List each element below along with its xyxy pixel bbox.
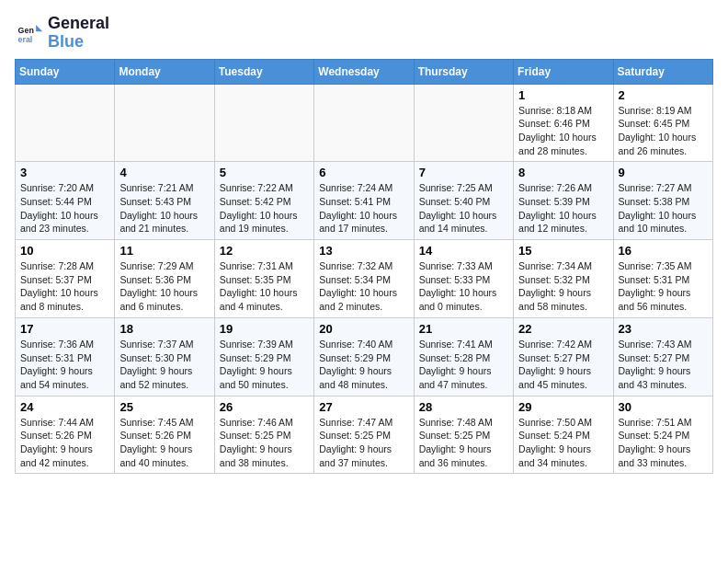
calendar-cell: 24Sunrise: 7:44 AM Sunset: 5:26 PM Dayli… [16, 396, 115, 474]
day-number: 20 [319, 322, 408, 336]
day-number: 24 [20, 400, 109, 414]
cell-info: Sunrise: 7:48 AM Sunset: 5:25 PM Dayligh… [419, 416, 508, 470]
calendar-cell: 16Sunrise: 7:35 AM Sunset: 5:31 PM Dayli… [613, 240, 712, 318]
day-number: 15 [518, 244, 608, 258]
logo: Gen eral General Blue [15, 15, 109, 52]
calendar-cell: 11Sunrise: 7:29 AM Sunset: 5:36 PM Dayli… [115, 240, 214, 318]
day-number: 5 [220, 166, 309, 179]
weekday-header-monday: Monday [115, 59, 214, 84]
cell-info: Sunrise: 7:26 AM Sunset: 5:39 PM Dayligh… [518, 181, 608, 236]
calendar-cell: 2Sunrise: 8:19 AM Sunset: 6:45 PM Daylig… [613, 84, 712, 162]
day-number: 11 [119, 244, 209, 258]
cell-info: Sunrise: 7:21 AM Sunset: 5:43 PM Dayligh… [119, 181, 209, 236]
day-number: 2 [619, 88, 708, 102]
day-number: 10 [20, 244, 109, 258]
calendar-cell: 20Sunrise: 7:40 AM Sunset: 5:29 PM Dayli… [314, 317, 414, 396]
cell-info: Sunrise: 7:28 AM Sunset: 5:37 PM Dayligh… [20, 259, 109, 314]
cell-info: Sunrise: 7:46 AM Sunset: 5:25 PM Dayligh… [220, 416, 309, 470]
day-number: 22 [518, 322, 608, 336]
calendar-cell [115, 84, 214, 162]
cell-info: Sunrise: 7:39 AM Sunset: 5:29 PM Dayligh… [220, 338, 309, 392]
cell-info: Sunrise: 7:45 AM Sunset: 5:26 PM Dayligh… [119, 416, 209, 470]
calendar-cell: 26Sunrise: 7:46 AM Sunset: 5:25 PM Dayli… [214, 396, 313, 474]
calendar-cell [314, 84, 414, 162]
cell-info: Sunrise: 7:27 AM Sunset: 5:38 PM Dayligh… [619, 181, 708, 236]
cell-info: Sunrise: 7:42 AM Sunset: 5:27 PM Dayligh… [518, 338, 608, 392]
day-number: 6 [319, 166, 408, 179]
cell-info: Sunrise: 7:35 AM Sunset: 5:31 PM Dayligh… [619, 259, 708, 314]
calendar-cell [16, 84, 115, 162]
cell-info: Sunrise: 8:19 AM Sunset: 6:45 PM Dayligh… [619, 104, 708, 158]
calendar-cell: 5Sunrise: 7:22 AM Sunset: 5:42 PM Daylig… [214, 162, 313, 240]
day-number: 27 [319, 400, 408, 414]
cell-info: Sunrise: 7:32 AM Sunset: 5:34 PM Dayligh… [319, 259, 408, 314]
cell-info: Sunrise: 7:20 AM Sunset: 5:44 PM Dayligh… [20, 181, 109, 236]
calendar-cell: 9Sunrise: 7:27 AM Sunset: 5:38 PM Daylig… [613, 162, 712, 240]
cell-info: Sunrise: 7:37 AM Sunset: 5:30 PM Dayligh… [119, 338, 209, 392]
cell-info: Sunrise: 7:31 AM Sunset: 5:35 PM Dayligh… [220, 259, 309, 314]
day-number: 3 [20, 166, 109, 179]
cell-info: Sunrise: 7:51 AM Sunset: 5:24 PM Dayligh… [619, 416, 708, 470]
day-number: 25 [119, 400, 209, 414]
cell-info: Sunrise: 7:22 AM Sunset: 5:42 PM Dayligh… [220, 181, 309, 236]
calendar-cell: 18Sunrise: 7:37 AM Sunset: 5:30 PM Dayli… [115, 317, 214, 396]
day-number: 14 [419, 244, 508, 258]
day-number: 29 [518, 400, 608, 414]
cell-info: Sunrise: 7:34 AM Sunset: 5:32 PM Dayligh… [518, 259, 608, 314]
day-number: 17 [20, 322, 109, 336]
cell-info: Sunrise: 7:47 AM Sunset: 5:25 PM Dayligh… [319, 416, 408, 470]
cell-info: Sunrise: 7:25 AM Sunset: 5:40 PM Dayligh… [419, 181, 508, 236]
weekday-header-friday: Friday [514, 59, 613, 84]
calendar-cell: 13Sunrise: 7:32 AM Sunset: 5:34 PM Dayli… [314, 240, 414, 318]
cell-info: Sunrise: 7:50 AM Sunset: 5:24 PM Dayligh… [518, 416, 608, 470]
weekday-header-thursday: Thursday [414, 59, 513, 84]
calendar-cell: 25Sunrise: 7:45 AM Sunset: 5:26 PM Dayli… [115, 396, 214, 474]
day-number: 4 [119, 166, 209, 179]
calendar-cell: 23Sunrise: 7:43 AM Sunset: 5:27 PM Dayli… [613, 317, 712, 396]
svg-text:eral: eral [18, 35, 33, 44]
day-number: 18 [119, 322, 209, 336]
day-number: 30 [619, 400, 708, 414]
logo-text: General Blue [48, 15, 109, 52]
day-number: 16 [619, 244, 708, 258]
calendar-cell: 27Sunrise: 7:47 AM Sunset: 5:25 PM Dayli… [314, 396, 414, 474]
calendar-cell: 10Sunrise: 7:28 AM Sunset: 5:37 PM Dayli… [16, 240, 115, 318]
calendar-cell: 21Sunrise: 7:41 AM Sunset: 5:28 PM Dayli… [414, 317, 513, 396]
cell-info: Sunrise: 7:44 AM Sunset: 5:26 PM Dayligh… [20, 416, 109, 470]
calendar-cell: 22Sunrise: 7:42 AM Sunset: 5:27 PM Dayli… [514, 317, 613, 396]
cell-info: Sunrise: 8:18 AM Sunset: 6:46 PM Dayligh… [518, 104, 608, 158]
calendar-cell: 8Sunrise: 7:26 AM Sunset: 5:39 PM Daylig… [514, 162, 613, 240]
calendar-cell: 12Sunrise: 7:31 AM Sunset: 5:35 PM Dayli… [214, 240, 313, 318]
calendar-cell: 3Sunrise: 7:20 AM Sunset: 5:44 PM Daylig… [16, 162, 115, 240]
calendar-cell: 19Sunrise: 7:39 AM Sunset: 5:29 PM Dayli… [214, 317, 313, 396]
cell-info: Sunrise: 7:41 AM Sunset: 5:28 PM Dayligh… [419, 338, 508, 392]
calendar-cell: 14Sunrise: 7:33 AM Sunset: 5:33 PM Dayli… [414, 240, 513, 318]
day-number: 8 [518, 166, 608, 179]
day-number: 21 [419, 322, 508, 336]
cell-info: Sunrise: 7:29 AM Sunset: 5:36 PM Dayligh… [119, 259, 209, 314]
day-number: 1 [518, 88, 608, 102]
day-number: 12 [220, 244, 309, 258]
calendar-cell: 30Sunrise: 7:51 AM Sunset: 5:24 PM Dayli… [613, 396, 712, 474]
cell-info: Sunrise: 7:33 AM Sunset: 5:33 PM Dayligh… [419, 259, 508, 314]
day-number: 13 [319, 244, 408, 258]
calendar-cell: 4Sunrise: 7:21 AM Sunset: 5:43 PM Daylig… [115, 162, 214, 240]
calendar-cell: 15Sunrise: 7:34 AM Sunset: 5:32 PM Dayli… [514, 240, 613, 318]
calendar-cell [414, 84, 513, 162]
calendar-cell: 6Sunrise: 7:24 AM Sunset: 5:41 PM Daylig… [314, 162, 414, 240]
calendar-cell [214, 84, 313, 162]
day-number: 7 [419, 166, 508, 179]
cell-info: Sunrise: 7:43 AM Sunset: 5:27 PM Dayligh… [619, 338, 708, 392]
cell-info: Sunrise: 7:40 AM Sunset: 5:29 PM Dayligh… [319, 338, 408, 392]
cell-info: Sunrise: 7:24 AM Sunset: 5:41 PM Dayligh… [319, 181, 408, 236]
svg-text:Gen: Gen [18, 26, 34, 35]
day-number: 9 [619, 166, 708, 179]
day-number: 26 [220, 400, 309, 414]
day-number: 28 [419, 400, 508, 414]
cell-info: Sunrise: 7:36 AM Sunset: 5:31 PM Dayligh… [20, 338, 109, 392]
calendar-cell: 1Sunrise: 8:18 AM Sunset: 6:46 PM Daylig… [514, 84, 613, 162]
day-number: 23 [619, 322, 708, 336]
weekday-header-saturday: Saturday [613, 59, 712, 84]
calendar-cell: 7Sunrise: 7:25 AM Sunset: 5:40 PM Daylig… [414, 162, 513, 240]
calendar-cell: 29Sunrise: 7:50 AM Sunset: 5:24 PM Dayli… [514, 396, 613, 474]
